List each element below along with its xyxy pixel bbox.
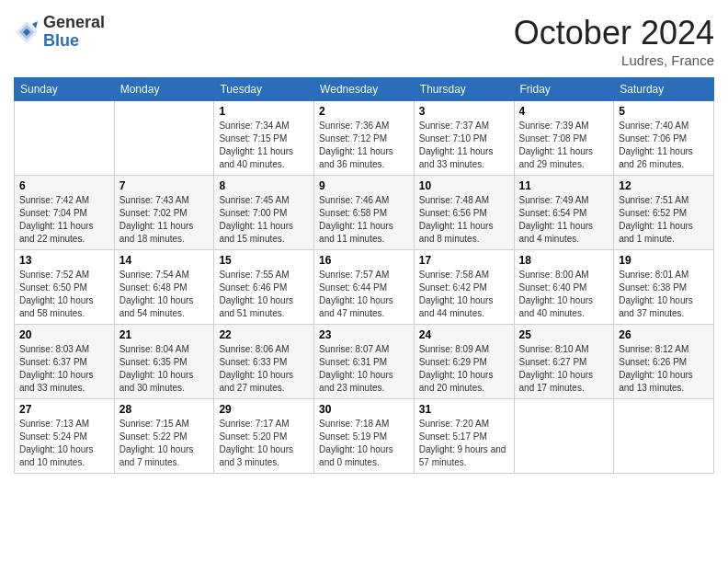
calendar-cell: 21Sunrise: 8:04 AM Sunset: 6:35 PM Dayli… xyxy=(114,325,214,399)
calendar-cell: 20Sunrise: 8:03 AM Sunset: 6:37 PM Dayli… xyxy=(15,325,115,399)
calendar-cell: 7Sunrise: 7:43 AM Sunset: 7:02 PM Daylig… xyxy=(114,176,214,250)
day-number: 22 xyxy=(219,328,309,341)
day-info: Sunrise: 8:10 AM Sunset: 6:27 PM Dayligh… xyxy=(519,343,609,395)
day-number: 30 xyxy=(319,403,409,416)
day-number: 5 xyxy=(619,105,709,118)
day-info: Sunrise: 8:00 AM Sunset: 6:40 PM Dayligh… xyxy=(519,269,609,320)
day-info: Sunrise: 7:15 AM Sunset: 5:22 PM Dayligh… xyxy=(119,418,210,469)
day-info: Sunrise: 7:52 AM Sunset: 6:50 PM Dayligh… xyxy=(19,269,109,320)
day-info: Sunrise: 8:03 AM Sunset: 6:37 PM Dayligh… xyxy=(19,343,109,395)
day-info: Sunrise: 7:18 AM Sunset: 5:19 PM Dayligh… xyxy=(319,418,409,469)
day-number: 11 xyxy=(519,179,609,192)
calendar-cell: 28Sunrise: 7:15 AM Sunset: 5:22 PM Dayli… xyxy=(114,399,214,474)
day-info: Sunrise: 7:34 AM Sunset: 7:15 PM Dayligh… xyxy=(219,120,309,171)
calendar-cell xyxy=(514,399,614,474)
calendar-cell xyxy=(614,399,714,474)
day-number: 21 xyxy=(119,328,210,341)
calendar-cell: 4Sunrise: 7:39 AM Sunset: 7:08 PM Daylig… xyxy=(514,101,614,176)
calendar-cell: 19Sunrise: 8:01 AM Sunset: 6:38 PM Dayli… xyxy=(614,250,714,325)
day-number: 14 xyxy=(119,254,210,267)
calendar-cell: 27Sunrise: 7:13 AM Sunset: 5:24 PM Dayli… xyxy=(15,399,115,474)
location: Ludres, France xyxy=(514,52,714,68)
calendar-cell: 9Sunrise: 7:46 AM Sunset: 6:58 PM Daylig… xyxy=(314,176,415,250)
day-info: Sunrise: 7:39 AM Sunset: 7:08 PM Dayligh… xyxy=(519,120,609,171)
col-thursday: Thursday xyxy=(414,78,514,101)
calendar-cell: 29Sunrise: 7:17 AM Sunset: 5:20 PM Dayli… xyxy=(214,399,314,474)
calendar-header-row: Sunday Monday Tuesday Wednesday Thursday… xyxy=(15,78,714,101)
day-number: 18 xyxy=(519,254,609,267)
logo: General Blue xyxy=(14,14,105,51)
calendar-cell: 23Sunrise: 8:07 AM Sunset: 6:31 PM Dayli… xyxy=(314,325,415,399)
day-info: Sunrise: 7:55 AM Sunset: 6:46 PM Dayligh… xyxy=(219,269,309,320)
day-info: Sunrise: 7:37 AM Sunset: 7:10 PM Dayligh… xyxy=(419,120,509,171)
day-info: Sunrise: 7:49 AM Sunset: 6:54 PM Dayligh… xyxy=(519,194,609,246)
day-info: Sunrise: 7:57 AM Sunset: 6:44 PM Dayligh… xyxy=(319,269,409,320)
day-info: Sunrise: 7:17 AM Sunset: 5:20 PM Dayligh… xyxy=(219,418,309,469)
calendar-cell: 25Sunrise: 8:10 AM Sunset: 6:27 PM Dayli… xyxy=(514,325,614,399)
calendar-cell: 8Sunrise: 7:45 AM Sunset: 7:00 PM Daylig… xyxy=(214,176,314,250)
col-wednesday: Wednesday xyxy=(314,78,415,101)
calendar-cell: 18Sunrise: 8:00 AM Sunset: 6:40 PM Dayli… xyxy=(514,250,614,325)
day-info: Sunrise: 7:43 AM Sunset: 7:02 PM Dayligh… xyxy=(119,194,210,246)
calendar-cell: 14Sunrise: 7:54 AM Sunset: 6:48 PM Dayli… xyxy=(114,250,214,325)
day-number: 26 xyxy=(619,328,709,341)
day-number: 3 xyxy=(419,105,509,118)
calendar-cell: 17Sunrise: 7:58 AM Sunset: 6:42 PM Dayli… xyxy=(414,250,514,325)
day-number: 2 xyxy=(319,105,409,118)
calendar-cell: 26Sunrise: 8:12 AM Sunset: 6:26 PM Dayli… xyxy=(614,325,714,399)
calendar-week-row: 1Sunrise: 7:34 AM Sunset: 7:15 PM Daylig… xyxy=(15,101,714,176)
day-info: Sunrise: 7:36 AM Sunset: 7:12 PM Dayligh… xyxy=(319,120,409,171)
day-info: Sunrise: 8:07 AM Sunset: 6:31 PM Dayligh… xyxy=(319,343,409,395)
day-info: Sunrise: 7:13 AM Sunset: 5:24 PM Dayligh… xyxy=(19,418,109,469)
calendar-cell: 2Sunrise: 7:36 AM Sunset: 7:12 PM Daylig… xyxy=(314,101,415,176)
day-number: 16 xyxy=(319,254,409,267)
day-number: 27 xyxy=(19,403,109,416)
day-info: Sunrise: 7:58 AM Sunset: 6:42 PM Dayligh… xyxy=(419,269,509,320)
day-info: Sunrise: 7:40 AM Sunset: 7:06 PM Dayligh… xyxy=(619,120,709,171)
calendar-cell: 10Sunrise: 7:48 AM Sunset: 6:56 PM Dayli… xyxy=(414,176,514,250)
day-number: 12 xyxy=(619,179,709,192)
day-number: 9 xyxy=(319,179,409,192)
col-monday: Monday xyxy=(114,78,214,101)
header: General Blue October 2024 Ludres, France xyxy=(14,14,714,68)
day-info: Sunrise: 8:04 AM Sunset: 6:35 PM Dayligh… xyxy=(119,343,210,395)
col-sunday: Sunday xyxy=(15,78,115,101)
day-number: 1 xyxy=(219,105,309,118)
day-number: 24 xyxy=(419,328,509,341)
day-number: 29 xyxy=(219,403,309,416)
day-info: Sunrise: 8:12 AM Sunset: 6:26 PM Dayligh… xyxy=(619,343,709,395)
day-number: 15 xyxy=(219,254,309,267)
calendar-cell: 6Sunrise: 7:42 AM Sunset: 7:04 PM Daylig… xyxy=(15,176,115,250)
calendar-week-row: 27Sunrise: 7:13 AM Sunset: 5:24 PM Dayli… xyxy=(15,399,714,474)
day-number: 28 xyxy=(119,403,210,416)
day-info: Sunrise: 7:46 AM Sunset: 6:58 PM Dayligh… xyxy=(319,194,409,246)
logo-general-text: General xyxy=(43,14,105,32)
col-tuesday: Tuesday xyxy=(214,78,314,101)
calendar-cell: 15Sunrise: 7:55 AM Sunset: 6:46 PM Dayli… xyxy=(214,250,314,325)
logo-blue-text: Blue xyxy=(43,32,105,51)
page-container: General Blue October 2024 Ludres, France… xyxy=(0,0,728,483)
day-info: Sunrise: 7:45 AM Sunset: 7:00 PM Dayligh… xyxy=(219,194,309,246)
calendar-cell: 3Sunrise: 7:37 AM Sunset: 7:10 PM Daylig… xyxy=(414,101,514,176)
col-friday: Friday xyxy=(514,78,614,101)
day-number: 23 xyxy=(319,328,409,341)
calendar-cell xyxy=(15,101,115,176)
day-number: 7 xyxy=(119,179,210,192)
day-number: 8 xyxy=(219,179,309,192)
day-number: 25 xyxy=(519,328,609,341)
title-block: October 2024 Ludres, France xyxy=(514,14,714,68)
calendar-cell: 1Sunrise: 7:34 AM Sunset: 7:15 PM Daylig… xyxy=(214,101,314,176)
day-info: Sunrise: 8:06 AM Sunset: 6:33 PM Dayligh… xyxy=(219,343,309,395)
calendar-cell: 24Sunrise: 8:09 AM Sunset: 6:29 PM Dayli… xyxy=(414,325,514,399)
calendar-table: Sunday Monday Tuesday Wednesday Thursday… xyxy=(14,77,714,474)
calendar-cell: 13Sunrise: 7:52 AM Sunset: 6:50 PM Dayli… xyxy=(15,250,115,325)
calendar-cell: 30Sunrise: 7:18 AM Sunset: 5:19 PM Dayli… xyxy=(314,399,415,474)
day-info: Sunrise: 7:54 AM Sunset: 6:48 PM Dayligh… xyxy=(119,269,210,320)
day-number: 20 xyxy=(19,328,109,341)
day-info: Sunrise: 8:09 AM Sunset: 6:29 PM Dayligh… xyxy=(419,343,509,395)
day-info: Sunrise: 7:48 AM Sunset: 6:56 PM Dayligh… xyxy=(419,194,509,246)
day-info: Sunrise: 7:42 AM Sunset: 7:04 PM Dayligh… xyxy=(19,194,109,246)
calendar-cell: 22Sunrise: 8:06 AM Sunset: 6:33 PM Dayli… xyxy=(214,325,314,399)
day-number: 13 xyxy=(19,254,109,267)
calendar-cell: 31Sunrise: 7:20 AM Sunset: 5:17 PM Dayli… xyxy=(414,399,514,474)
